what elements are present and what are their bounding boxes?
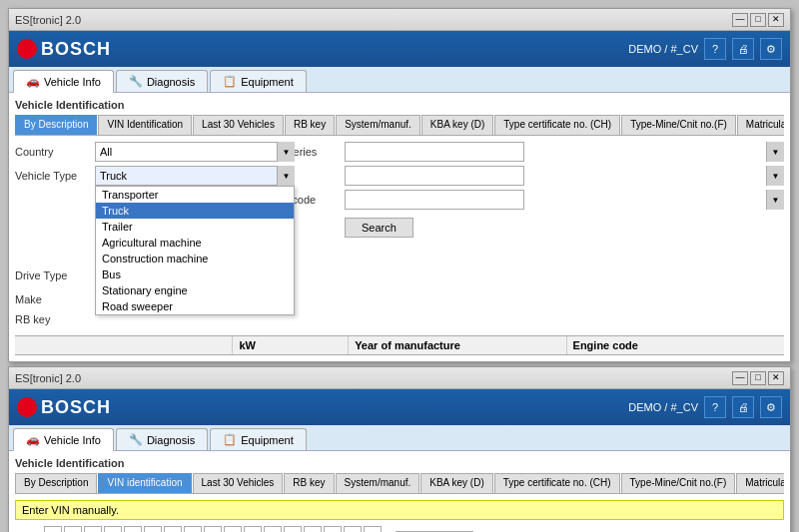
window-controls-1: — □ ✕ — [732, 13, 784, 27]
dropdown-item-construction[interactable]: Construction machine — [96, 251, 294, 266]
vin-cell-wrapper-1: 1 — [44, 526, 62, 532]
help-btn-1[interactable]: ? — [704, 38, 726, 60]
main-tab-bar-2: 🚗 Vehicle Info 🔧 Diagnosis 📋 Equipment — [9, 425, 790, 451]
sub-tab2-type-mine[interactable]: Type-Mine/Cnit no.(F) — [621, 473, 736, 493]
type-input[interactable] — [345, 166, 524, 186]
wrench-icon-1: 🔧 — [129, 75, 143, 88]
vin-cell-3[interactable] — [84, 526, 102, 532]
table-col-empty — [15, 336, 233, 354]
vin-cell-11[interactable] — [244, 526, 262, 532]
tab-equipment-2[interactable]: 📋 Equipment — [210, 428, 307, 450]
vin-cell-14[interactable] — [304, 526, 322, 532]
tab-vehicle-info-2[interactable]: 🚗 Vehicle Info — [13, 428, 114, 451]
minimize-btn-2[interactable]: — — [732, 371, 748, 385]
model-series-input[interactable] — [345, 142, 524, 162]
engine-code-input[interactable] — [345, 190, 524, 210]
dropdown-item-transporter[interactable]: Transporter — [96, 187, 294, 203]
minimize-btn-1[interactable]: — — [732, 13, 748, 27]
title-bar-1: ES[tronic] 2.0 — □ ✕ — [9, 9, 790, 31]
dropdown-item-truck[interactable]: Truck — [96, 203, 294, 219]
bosch-logo-1: BOSCH — [17, 39, 111, 60]
dropdown-item-bus[interactable]: Bus — [96, 266, 294, 282]
table-col-year: Year of manufacture — [349, 336, 566, 354]
dropdown-item-stationary[interactable]: Stationary engine — [96, 282, 294, 298]
search-button-1[interactable]: Search — [345, 218, 413, 238]
vin-cell-wrapper-14: 14 — [304, 526, 322, 532]
engine-code-arrow-icon[interactable]: ▼ — [766, 190, 784, 210]
vin-cell-wrapper-6: 6 — [144, 526, 162, 532]
help-btn-2[interactable]: ? — [704, 396, 726, 418]
engine-code-wrapper: ▼ — [345, 190, 784, 210]
dropdown-item-road-sweeper[interactable]: Road sweeper — [96, 298, 294, 314]
vin-cell-17[interactable] — [364, 526, 382, 532]
sub-tab2-kba[interactable]: KBA key (D) — [420, 473, 492, 493]
sub-tab-vin-id[interactable]: VIN Identification — [98, 115, 192, 135]
vin-cell-2[interactable] — [64, 526, 82, 532]
vehicle-type-arrow-icon[interactable]: ▼ — [277, 166, 295, 186]
app-title-2: ES[tronic] 2.0 — [15, 372, 81, 384]
app-header-1: BOSCH DEMO / #_CV ? 🖨 ⚙ — [9, 31, 790, 67]
settings-btn-1[interactable]: ⚙ — [760, 38, 782, 60]
vin-cell-1[interactable] — [44, 526, 62, 532]
sub-tab2-by-description[interactable]: By Description — [15, 473, 97, 493]
sub-tab-type-cert[interactable]: Type certificate no. (CH) — [494, 115, 620, 135]
print-btn-1[interactable]: 🖨 — [732, 38, 754, 60]
vin-cell-13[interactable] — [284, 526, 302, 532]
vin-cell-wrapper-10: 10 — [224, 526, 242, 532]
close-btn-1[interactable]: ✕ — [768, 13, 784, 27]
sub-tab2-last30[interactable]: Last 30 Vehicles — [193, 473, 284, 493]
sub-tab2-vin-id[interactable]: VIN identification — [98, 473, 191, 493]
maximize-icon-1: □ — [755, 15, 760, 24]
vin-cell-wrapper-7: 7 — [164, 526, 182, 532]
sub-tab-by-description[interactable]: By Description — [15, 115, 97, 135]
window-controls-2: — □ ✕ — [732, 371, 784, 385]
bosch-star-icon-2 — [17, 397, 37, 417]
sub-tab-system[interactable]: System/manuf. — [336, 115, 420, 135]
tab-diagnosis-1[interactable]: 🔧 Diagnosis — [116, 70, 208, 92]
type-arrow-icon[interactable]: ▼ — [766, 166, 784, 186]
vin-cell-8[interactable] — [184, 526, 202, 532]
type-row: Type ▼ — [255, 166, 784, 186]
maximize-btn-1[interactable]: □ — [750, 13, 766, 27]
sub-tab2-type-cert[interactable]: Type certificate no. (CH) — [494, 473, 620, 493]
vin-cell-7[interactable] — [164, 526, 182, 532]
vin-cell-5[interactable] — [124, 526, 142, 532]
vin-cell-wrapper-3: 3 — [84, 526, 102, 532]
sub-tab2-rb-key[interactable]: RB key — [284, 473, 334, 493]
close-btn-2[interactable]: ✕ — [768, 371, 784, 385]
vin-cell-6[interactable] — [144, 526, 162, 532]
maximize-btn-2[interactable]: □ — [750, 371, 766, 385]
vin-cell-16[interactable] — [344, 526, 362, 532]
sub-tab-kba[interactable]: KBA key (D) — [421, 115, 493, 135]
country-arrow-icon[interactable]: ▼ — [277, 142, 295, 162]
tab-vehicle-info-1[interactable]: 🚗 Vehicle Info — [13, 70, 114, 93]
wrench-icon-2: 🔧 — [129, 433, 143, 446]
vin-cell-4[interactable] — [104, 526, 122, 532]
car-icon-1: 🚗 — [26, 75, 40, 88]
model-series-arrow-icon[interactable]: ▼ — [766, 142, 784, 162]
vin-cells: 1 2 3 4 5 — [44, 526, 382, 532]
close-icon-1: ✕ — [772, 15, 780, 24]
vin-cell-12[interactable] — [264, 526, 282, 532]
sub-tab-rb-key[interactable]: RB key — [285, 115, 335, 135]
vin-row: VIN: 1 2 3 4 — [15, 526, 784, 532]
sub-tab-type-mine[interactable]: Type-Mine/Cnit no.(F) — [621, 115, 736, 135]
dropdown-item-trailer[interactable]: Trailer — [96, 219, 294, 235]
vin-cell-9[interactable] — [204, 526, 222, 532]
settings-btn-2[interactable]: ⚙ — [760, 396, 782, 418]
dropdown-item-agricultural[interactable]: Agricultural machine — [96, 235, 294, 251]
tab-equipment-1[interactable]: 📋 Equipment — [210, 70, 307, 92]
sub-tab-last30[interactable]: Last 30 Vehicles — [193, 115, 284, 135]
tab-diagnosis-2[interactable]: 🔧 Diagnosis — [116, 428, 208, 450]
print-btn-2[interactable]: 🖨 — [732, 396, 754, 418]
sub-tab2-matricula[interactable]: Matricula(ES) — [736, 473, 784, 493]
vin-cell-15[interactable] — [324, 526, 342, 532]
vin-cell-10[interactable] — [224, 526, 242, 532]
sub-tab2-system[interactable]: System/manuf. — [336, 473, 420, 493]
country-display[interactable]: All — [95, 142, 295, 162]
vehicle-type-display[interactable]: Truck — [95, 166, 295, 186]
model-series-wrapper: ▼ — [345, 142, 784, 162]
section-title-1: Vehicle Identification — [15, 99, 784, 111]
sub-tab-matricula[interactable]: Matricula(ES) — [737, 115, 784, 135]
bosch-star-icon-1 — [17, 39, 37, 59]
